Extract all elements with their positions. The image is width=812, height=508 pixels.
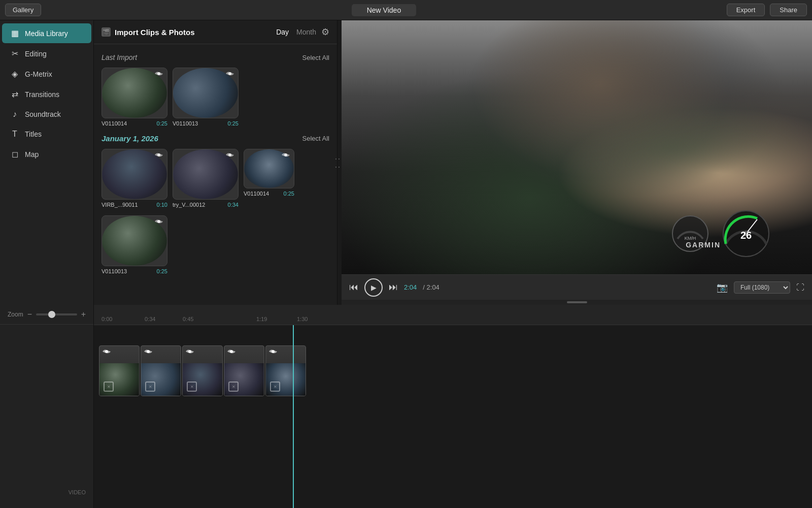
clip-item-virb90011[interactable]: VIRB_...90011 0:10 — [101, 149, 167, 208]
day-toggle[interactable]: Day — [276, 28, 289, 36]
speed-gauge: 26 — [721, 208, 771, 259]
svg-point-16 — [272, 350, 275, 353]
timeline-left-bar: Zoom − + VIDEO — [0, 305, 94, 508]
sidebar-item-titles[interactable]: T Titles — [2, 124, 91, 144]
timeline-area: Zoom − + VIDEO 0:00 0:34 0:45 1:19 1:30 — [0, 305, 812, 508]
playback-bar: ⏮ ▶ ⏭ 2:04 / 2:04 📷 Full (1080) Half (54… — [342, 274, 812, 300]
screenshot-button[interactable]: 📷 — [717, 282, 728, 293]
date-clips-grid: VIRB_...90011 0:10 — [101, 149, 329, 208]
skip-back-button[interactable]: ⏮ — [349, 282, 358, 293]
no-signal-icon-1: ✕ — [104, 382, 114, 392]
gallery-button[interactable]: Gallery — [5, 4, 41, 16]
garmin-badge-icon-5 — [281, 151, 291, 161]
clip-name-row-3: VIRB_...90011 0:10 — [101, 202, 167, 208]
clip-name-row: V0110014 0:25 — [101, 120, 167, 126]
clip-thumb-v0110014-date — [244, 149, 294, 188]
sidebar-item-transitions[interactable]: ⇄ Transitions — [2, 84, 91, 104]
garmin-overlay: KM/H 26 — [670, 208, 771, 259]
sidebar-label-titles: Titles — [25, 130, 42, 138]
clip-item-v0110014-date[interactable]: V0110014 0:25 — [244, 149, 294, 208]
no-signal-icon-3: ✕ — [187, 382, 197, 392]
svg-text:KM/H: KM/H — [685, 236, 696, 241]
zoom-slider[interactable] — [36, 313, 77, 315]
garmin-badge-icon-2 — [225, 70, 235, 79]
clip-thumb-virb90011 — [101, 149, 167, 200]
clip-duration-4: 0:34 — [228, 202, 239, 208]
garmin-badge-icon-3 — [154, 151, 164, 161]
export-button[interactable]: Export — [727, 4, 765, 16]
timeline-clip-2[interactable]: ✕ — [141, 345, 181, 396]
sidebar-label-map: Map — [25, 150, 39, 158]
zoom-label: Zoom — [8, 311, 23, 318]
clip-name-5: V0110014 — [244, 190, 269, 197]
ruler-mark-4: 1:30 — [297, 316, 308, 322]
timeline-main: 0:00 0:34 0:45 1:19 1:30 — [94, 305, 812, 508]
sidebar-item-editing[interactable]: ✂ Editing — [2, 44, 91, 64]
clip-name-3: VIRB_...90011 — [101, 202, 138, 208]
select-all-last-import[interactable]: Select All — [302, 54, 329, 61]
ruler-mark-3: 1:19 — [256, 316, 267, 322]
no-signal-icon-2: ✕ — [145, 382, 155, 392]
last-import-section-header: Last Import Select All — [101, 53, 329, 61]
video-preview: KM/H 26 GARMIN — [342, 20, 812, 274]
drag-handle-bar — [567, 301, 587, 303]
sidebar-label-media-library: Media Library — [25, 29, 68, 38]
track-label-area: VIDEO — [0, 325, 93, 508]
drag-handle[interactable] — [342, 300, 812, 305]
settings-button[interactable]: ⚙ — [321, 26, 329, 38]
clip-item-try00012[interactable]: try_V...00012 0:34 — [173, 149, 239, 208]
clip-thumb-try00012 — [173, 149, 239, 200]
garmin-logo: GARMIN — [686, 241, 721, 249]
timeline-clip-1[interactable]: ✕ — [99, 345, 140, 396]
sidebar-item-media-library[interactable]: ▦ Media Library — [2, 23, 91, 43]
clip-strip: ✕ ✕ — [99, 345, 307, 396]
play-button[interactable]: ▶ — [364, 278, 383, 297]
clip-item-v0110013-date[interactable]: V0110013 0:25 — [101, 215, 167, 274]
fullscreen-button[interactable]: ⛶ — [796, 283, 804, 292]
select-all-date[interactable]: Select All — [302, 135, 329, 142]
day-month-toggle: Day Month — [276, 28, 316, 36]
garmin-badge-icon-4 — [225, 151, 235, 161]
timeline-clip-3[interactable]: ✕ — [182, 345, 223, 396]
clip-name-2: V0110013 — [173, 120, 198, 126]
svg-point-3 — [228, 153, 231, 156]
quality-select[interactable]: Full (1080) Half (540) Quarter (270) — [734, 281, 790, 294]
zoom-in-button[interactable]: + — [81, 310, 86, 319]
clip-name-row-6: V0110013 0:25 — [101, 268, 167, 274]
timecode-total: / 2:04 — [423, 283, 439, 291]
zoom-out-button[interactable]: − — [27, 310, 32, 319]
clip-thumb-v0110013-date — [101, 215, 167, 266]
timeline-clip-5[interactable]: ✕ — [265, 345, 306, 396]
ruler-mark-0: 0:00 — [101, 316, 112, 322]
svg-point-0 — [157, 72, 160, 75]
panel-divider[interactable]: ⋮⋮ — [337, 20, 342, 305]
sidebar-item-soundtrack[interactable]: ♪ Soundtrack — [2, 105, 91, 124]
sidebar-item-g-metrix[interactable]: ◈ G-Metrix — [2, 64, 91, 84]
skip-forward-button[interactable]: ⏭ — [389, 282, 398, 293]
sidebar-label-soundtrack: Soundtrack — [25, 110, 61, 118]
clip-item-v0110013-last[interactable]: V0110013 0:25 — [173, 68, 239, 126]
clip-garmin-icon-5 — [268, 348, 278, 356]
svg-point-2 — [157, 153, 160, 156]
film-icon: 🎬 — [101, 27, 111, 37]
ruler-mark-2: 0:45 — [183, 316, 193, 322]
main-layout: ▦ Media Library ✂ Editing ◈ G-Metrix ⇄ T… — [0, 20, 812, 305]
svg-point-12 — [105, 350, 108, 353]
zoom-knob[interactable] — [48, 311, 55, 318]
month-toggle[interactable]: Month — [296, 28, 316, 36]
svg-point-13 — [147, 350, 150, 353]
scissors-icon: ✂ — [10, 49, 20, 58]
zoom-control: Zoom − + — [0, 305, 93, 325]
clip-duration-3: 0:10 — [157, 202, 167, 208]
clip-name-row-4: try_V...00012 0:34 — [173, 202, 239, 208]
sidebar-item-map[interactable]: ◻ Map — [2, 144, 91, 164]
clip-item-v0110014-last[interactable]: V0110014 0:25 — [101, 68, 167, 126]
gmetrix-icon: ◈ — [10, 69, 20, 79]
garmin-badge-icon-6 — [154, 218, 164, 227]
top-bar-right: Export Share — [727, 4, 807, 16]
timeline-clip-4[interactable]: ✕ — [224, 345, 264, 396]
clip-name: V0110014 — [101, 120, 127, 126]
share-button[interactable]: Share — [770, 4, 807, 16]
clip-garmin-icon-2 — [143, 348, 153, 356]
date-section-header: January 1, 2026 Select All — [101, 134, 329, 143]
